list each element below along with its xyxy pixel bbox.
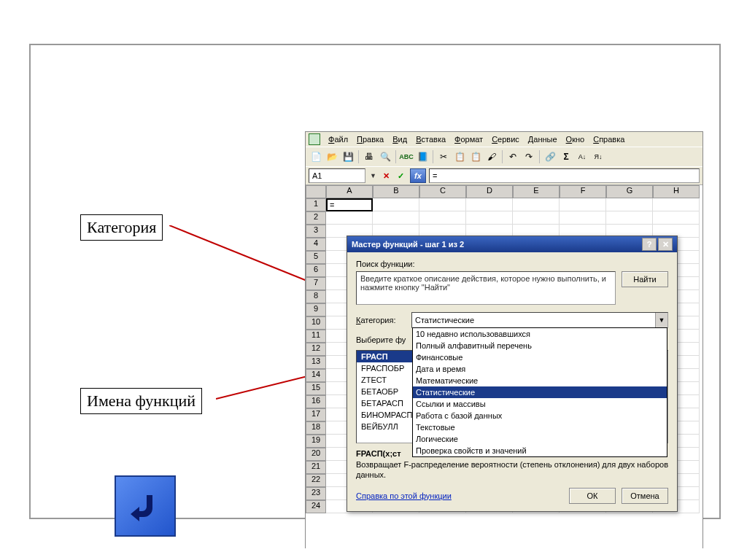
print-preview-icon[interactable]: 🔍 <box>378 149 392 164</box>
row-header[interactable]: 7 <box>306 277 326 290</box>
row-header[interactable]: 4 <box>306 238 326 251</box>
redo-icon[interactable]: ↷ <box>522 149 536 164</box>
search-input[interactable] <box>356 271 616 305</box>
format-painter-icon[interactable]: 🖌 <box>484 149 499 164</box>
cell[interactable] <box>373 211 419 225</box>
row-header[interactable]: 23 <box>306 487 326 500</box>
row-header[interactable]: 18 <box>306 421 326 435</box>
print-icon[interactable]: 🖶 <box>362 149 376 164</box>
row-header[interactable]: 5 <box>306 251 326 264</box>
row-header[interactable]: 1 <box>306 198 326 211</box>
row-header[interactable]: 2 <box>306 211 326 225</box>
category-option[interactable]: Статистические <box>413 386 667 398</box>
enter-formula-icon[interactable]: ✓ <box>395 170 407 182</box>
cell[interactable] <box>419 211 466 225</box>
sort-desc-icon[interactable]: Я↓ <box>591 149 605 164</box>
menu-edit[interactable]: Правка <box>353 133 387 145</box>
row-header[interactable]: 9 <box>306 303 326 316</box>
row-header[interactable]: 22 <box>306 474 326 487</box>
column-header[interactable]: C <box>419 185 466 198</box>
insert-function-icon[interactable]: fx <box>410 168 426 183</box>
menu-view[interactable]: Вид <box>389 133 411 145</box>
column-header[interactable]: F <box>560 185 606 198</box>
cell[interactable] <box>653 198 700 211</box>
row-header[interactable]: 16 <box>306 395 326 408</box>
paste-icon[interactable]: 📋 <box>468 149 483 164</box>
row-header[interactable]: 12 <box>306 343 326 356</box>
row-header[interactable]: 3 <box>306 225 326 238</box>
cell[interactable] <box>513 211 560 225</box>
category-dropdown[interactable]: 10 недавно использовавшихсяПолный алфави… <box>412 327 667 457</box>
menu-file[interactable]: Файл <box>325 133 352 145</box>
copy-icon[interactable]: 📋 <box>452 149 467 164</box>
category-option[interactable]: Проверка свойств и значений <box>413 445 667 456</box>
menu-tools[interactable]: Сервис <box>488 133 523 145</box>
cell[interactable] <box>466 211 513 225</box>
name-box-dropdown-icon[interactable]: ▼ <box>368 172 378 179</box>
menu-data[interactable]: Данные <box>525 133 561 145</box>
help-titlebar-button[interactable]: ? <box>642 238 657 251</box>
column-header[interactable]: D <box>466 185 513 198</box>
category-option[interactable]: 10 недавно использовавшихся <box>413 328 667 340</box>
cell[interactable] <box>326 211 373 225</box>
sort-asc-icon[interactable]: A↓ <box>575 149 589 164</box>
row-header[interactable]: 13 <box>306 356 326 369</box>
name-box[interactable]: A1 <box>309 168 365 183</box>
category-option[interactable]: Финансовые <box>413 351 667 363</box>
cell[interactable] <box>606 211 653 225</box>
row-header[interactable]: 15 <box>306 382 326 395</box>
hyperlink-icon[interactable]: 🔗 <box>543 149 557 164</box>
row-header[interactable]: 6 <box>306 264 326 277</box>
autosum-icon[interactable]: Σ <box>559 149 573 164</box>
category-option[interactable]: Текстовые <box>413 421 667 433</box>
category-option[interactable]: Логические <box>413 433 667 445</box>
cell[interactable] <box>419 198 466 211</box>
cell[interactable] <box>466 198 513 211</box>
function-help-link[interactable]: Справка по этой функции <box>356 491 452 500</box>
category-select[interactable]: Статистические ▼ 10 недавно использовавш… <box>411 312 668 328</box>
row-header[interactable]: 11 <box>306 330 326 343</box>
ok-button[interactable]: ОК <box>569 488 616 504</box>
category-option[interactable]: Математические <box>413 375 667 386</box>
row-header[interactable]: 17 <box>306 408 326 421</box>
formula-input[interactable]: = <box>429 168 700 183</box>
cell[interactable] <box>560 198 606 211</box>
cell[interactable] <box>373 198 419 211</box>
cell[interactable]: = <box>326 198 373 211</box>
new-icon[interactable]: 📄 <box>309 149 323 164</box>
undo-icon[interactable]: ↶ <box>506 149 520 164</box>
cut-icon[interactable]: ✂ <box>436 149 451 164</box>
select-all-corner[interactable] <box>306 185 326 198</box>
row-header[interactable]: 19 <box>306 435 326 448</box>
find-button[interactable]: Найти <box>622 271 668 287</box>
menu-format[interactable]: Формат <box>451 133 487 145</box>
cell[interactable] <box>560 211 606 225</box>
close-titlebar-button[interactable]: ✕ <box>658 238 673 251</box>
cancel-formula-icon[interactable]: ✕ <box>381 170 392 182</box>
menu-insert[interactable]: Вставка <box>412 133 449 145</box>
column-header[interactable]: A <box>326 185 373 198</box>
spellcheck-icon[interactable]: ABC <box>399 149 414 164</box>
save-icon[interactable]: 💾 <box>341 149 355 164</box>
cell[interactable] <box>653 211 700 225</box>
column-header[interactable]: E <box>513 185 560 198</box>
category-option[interactable]: Полный алфавитный перечень <box>413 340 667 351</box>
chevron-down-icon[interactable]: ▼ <box>655 313 667 327</box>
row-header[interactable]: 21 <box>306 461 326 474</box>
column-header[interactable]: G <box>606 185 653 198</box>
row-header[interactable]: 24 <box>306 500 326 513</box>
cancel-button[interactable]: Отмена <box>622 488 668 504</box>
category-option[interactable]: Работа с базой данных <box>413 410 667 421</box>
row-header[interactable]: 14 <box>306 369 326 382</box>
column-header[interactable]: B <box>373 185 419 198</box>
research-icon[interactable]: 📘 <box>415 149 430 164</box>
category-option[interactable]: Дата и время <box>413 363 667 375</box>
menu-help[interactable]: Справка <box>589 133 628 145</box>
category-option[interactable]: Ссылки и массивы <box>413 398 667 410</box>
open-icon[interactable]: 📂 <box>325 149 339 164</box>
row-header[interactable]: 10 <box>306 316 326 330</box>
cell[interactable] <box>513 198 560 211</box>
column-header[interactable]: H <box>653 185 700 198</box>
back-button[interactable] <box>115 475 176 537</box>
cell[interactable] <box>606 198 653 211</box>
